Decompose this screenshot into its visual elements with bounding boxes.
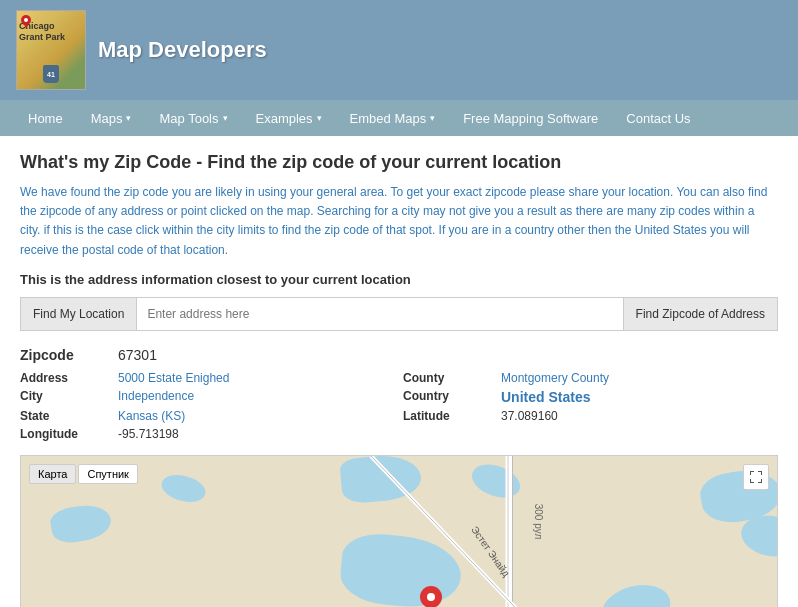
logo-title: Map Developers xyxy=(98,37,267,63)
svg-marker-1 xyxy=(23,22,29,29)
water-body xyxy=(467,458,524,503)
map-pin-icon xyxy=(21,15,31,29)
state-label: State xyxy=(20,409,110,423)
chevron-down-icon: ▾ xyxy=(430,113,435,123)
address-value: 5000 Estate Enighed xyxy=(118,371,395,385)
nav-embed-maps[interactable]: Embed Maps ▾ xyxy=(338,105,448,132)
map-pin xyxy=(420,586,442,607)
state-value: Kansas (KS) xyxy=(118,409,395,423)
address-input[interactable] xyxy=(137,298,622,330)
water-body xyxy=(339,455,423,504)
road-vertical xyxy=(508,456,513,607)
navigation: Home Maps ▾ Map Tools ▾ Examples ▾ Embed… xyxy=(0,100,798,136)
map-view-button[interactable]: Карта xyxy=(29,464,76,484)
location-info: Zipcode 67301 Address 5000 Estate Enighe… xyxy=(20,347,778,441)
country-label: Country xyxy=(403,389,493,405)
info-grid: Address 5000 Estate Enighed County Montg… xyxy=(20,371,778,441)
city-value: Independence xyxy=(118,389,395,405)
zipcode-row: Zipcode 67301 xyxy=(20,347,778,363)
section-label: This is the address information closest … xyxy=(20,272,778,287)
nav-contact-us[interactable]: Contact Us xyxy=(614,105,702,132)
nav-map-tools[interactable]: Map Tools ▾ xyxy=(147,105,239,132)
find-zipcode-button[interactable]: Find Zipcode of Address xyxy=(623,298,777,330)
svg-point-9 xyxy=(427,593,435,601)
water-body xyxy=(159,470,209,506)
city-label: City xyxy=(20,389,110,405)
water-body xyxy=(48,501,113,546)
water-body xyxy=(596,577,675,607)
zipcode-label: Zipcode xyxy=(20,347,110,363)
road-label-vertical: 300 рул xyxy=(533,503,544,539)
country-value: United States xyxy=(501,389,778,405)
satellite-view-button[interactable]: Спутник xyxy=(78,464,137,484)
page-title: What's my Zip Code - Find the zip code o… xyxy=(20,152,778,173)
water-body-main xyxy=(338,531,464,607)
search-bar: Find My Location Find Zipcode of Address xyxy=(20,297,778,331)
address-label: Address xyxy=(20,371,110,385)
longitude-label: Longitude xyxy=(20,427,110,441)
main-content: What's my Zip Code - Find the zip code o… xyxy=(0,136,798,607)
latitude-label: Latitude xyxy=(403,409,493,423)
map-controls: Карта Спутник xyxy=(29,464,138,484)
chevron-down-icon: ▾ xyxy=(317,113,322,123)
svg-point-2 xyxy=(24,18,28,22)
county-label: County xyxy=(403,371,493,385)
nav-free-mapping[interactable]: Free Mapping Software xyxy=(451,105,610,132)
nav-examples[interactable]: Examples ▾ xyxy=(244,105,334,132)
fullscreen-button[interactable] xyxy=(743,464,769,490)
page-description: We have found the zip code you are likel… xyxy=(20,183,778,260)
logo-map: Chicago Grant Park 41 xyxy=(16,10,86,90)
map-container[interactable]: 300 рул Эстет Энайд 3900 State Beach Mar… xyxy=(20,455,778,607)
zipcode-value: 67301 xyxy=(118,347,157,363)
chevron-down-icon: ▾ xyxy=(126,113,131,123)
nav-home[interactable]: Home xyxy=(16,105,75,132)
logo-map-shield: 41 xyxy=(43,65,59,83)
fullscreen-icon xyxy=(750,471,762,483)
logo-area: Chicago Grant Park 41 Map Developers xyxy=(16,10,267,90)
nav-maps[interactable]: Maps ▾ xyxy=(79,105,144,132)
header: Chicago Grant Park 41 Map Developers xyxy=(0,0,798,100)
road-label-diagonal: Эстет Энайд xyxy=(469,524,512,579)
location-pin-icon xyxy=(420,586,442,607)
find-location-button[interactable]: Find My Location xyxy=(21,298,137,330)
latitude-value: 37.089160 xyxy=(501,409,778,423)
chevron-down-icon: ▾ xyxy=(223,113,228,123)
county-value: Montgomery County xyxy=(501,371,778,385)
longitude-value: -95.713198 xyxy=(118,427,395,441)
